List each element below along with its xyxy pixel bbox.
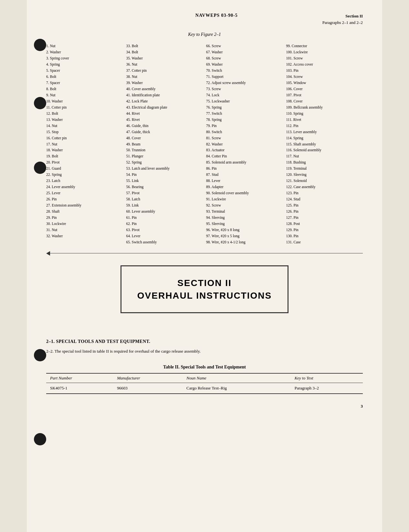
key-item: 118. Bushing (286, 159, 363, 165)
key-item: 7. Spacer (46, 80, 123, 86)
table-title: Table II. Special Tools and Test Equipme… (46, 365, 363, 370)
key-item: 69. Washer (206, 61, 283, 68)
key-item: 5. Spacer (46, 68, 123, 74)
key-item: 60. Lever assembly (126, 208, 203, 215)
key-item: 34. Bolt (126, 49, 203, 55)
key-item: 23. Latch (46, 178, 123, 184)
key-item: 96. Wire, #20 x 8 long (206, 227, 283, 233)
key-item: 109. Bellcrank assembly (286, 104, 363, 111)
key-item: 74. Lock (206, 92, 283, 98)
key-item: 17. Nut (46, 141, 123, 147)
key-item: 110. Spring (286, 111, 363, 117)
key-item: 27. Extension assembly (46, 202, 123, 208)
key-item: 54. Pin (126, 172, 203, 178)
table-cell-nounName: Cargo Release Test–Rig (183, 383, 291, 394)
bullet-2 (34, 97, 46, 109)
key-item: 61. Pin (126, 215, 203, 221)
key-item: 123. Pin (286, 190, 363, 196)
key-item: 129. Pin (286, 227, 363, 233)
key-item: 48. Cover (126, 135, 203, 141)
key-item: 111. Rivet (286, 117, 363, 123)
key-item: 44. Rivet (126, 111, 203, 117)
special-tools-body: 2–2. The special tool listed in table II… (46, 348, 363, 355)
col-noun-name: Noun Name (183, 373, 291, 383)
key-item: 128. Post (286, 221, 363, 227)
key-col-4: 99. Connector100. Lockwire101. Screw102.… (286, 43, 363, 245)
key-item: 106. Cover (286, 86, 363, 92)
page-header: NAVWEPS 03-90-5 Section II Paragraphs 2–… (46, 13, 363, 26)
key-item: 29. Pin (46, 215, 123, 221)
key-item: 38. Nut (126, 74, 203, 80)
key-item: 2. Washer (46, 49, 123, 55)
page: NAVWEPS 03-90-5 Section II Paragraphs 2–… (27, 0, 382, 532)
key-item: 63. Pivot (126, 227, 203, 233)
key-item: 117. Nut (286, 153, 363, 159)
key-item: 82. Washer (206, 141, 283, 147)
key-item: 94. Sleeving (206, 215, 283, 221)
key-item: 85. Solenoid arm assembly (206, 159, 283, 165)
left-bullets-5 (34, 433, 46, 445)
key-item: 21. Guard (46, 165, 123, 172)
col-part-number: Part Number (46, 373, 113, 383)
table-row: SK4075-196603Cargo Release Test–RigParag… (46, 383, 363, 394)
key-item: 65. Switch assembly (126, 239, 203, 245)
key-item: 78. Spring (206, 117, 283, 123)
key-item: 114. Spring (286, 135, 363, 141)
key-item: 89. Adapter (206, 184, 283, 190)
bullet-4 (34, 349, 46, 361)
key-item: 18. Washer (46, 147, 123, 153)
section-box-title-line2: OVERHAUL INSTRUCTIONS (134, 289, 275, 302)
key-item: 62. Pin (126, 221, 203, 227)
key-item: 20. Pivot (46, 159, 123, 165)
key-item: 55. Link (126, 178, 203, 184)
key-item: 80. Switch (206, 129, 283, 135)
key-item: 122. Case assembly (286, 184, 363, 190)
key-item: 131. Case (286, 239, 363, 245)
key-title: Key to Figure 2–1 (46, 32, 363, 37)
key-item: 45. Rivet (126, 117, 203, 123)
section-box: SECTION II OVERHAUL INSTRUCTIONS (121, 265, 288, 313)
key-item: 73. Screw (206, 86, 283, 92)
key-item: 71. Support (206, 74, 283, 80)
key-col-3: 66. Screw67. Washer68. Screw69. Washer70… (206, 43, 283, 245)
key-item: 87. Stud (206, 172, 283, 178)
left-bullets (34, 39, 46, 51)
header-center: NAVWEPS 03-90-5 (111, 13, 322, 18)
key-item: 64. Lever (126, 233, 203, 239)
key-item: 39. Washer (126, 80, 203, 86)
key-item: 6. Bolt (46, 74, 123, 80)
key-item: 99. Connector (286, 43, 363, 49)
divider-arrow (46, 251, 363, 256)
page-number: 3 (46, 404, 363, 409)
key-item: 103. Pin (286, 68, 363, 74)
key-item: 115. Shaft assembly (286, 141, 363, 147)
bullet-5 (34, 433, 46, 445)
key-item: 1. Nut (46, 43, 123, 49)
key-item: 12. Bolt (46, 111, 123, 117)
key-item: 77. Switch (206, 111, 283, 117)
key-item: 95. Sleeving (206, 221, 283, 227)
key-col-2: 33. Bolt34. Bolt35. Washer36. Nut37. Cot… (126, 43, 203, 245)
table-cell-partNumber: SK4075-1 (46, 383, 113, 394)
section-box-title-line1: SECTION II (134, 277, 275, 289)
key-item: 70. Switch (206, 68, 283, 74)
key-item: 88. Lever (206, 178, 283, 184)
key-item: 68. Screw (206, 55, 283, 61)
key-item: 13. Washer (46, 117, 123, 123)
key-item: 81. Screw (206, 135, 283, 141)
left-bullets-4 (34, 349, 46, 361)
table-cell-keyToText: Paragraph 3–2 (291, 383, 363, 394)
key-item: 30. Lockwire (46, 221, 123, 227)
key-item: 105. Window (286, 80, 363, 86)
key-item: 15. Stop (46, 129, 123, 135)
key-item: 28. Shaft (46, 208, 123, 215)
table-cell-manufacturer: 96603 (113, 383, 183, 394)
key-col-1: 1. Nut2. Washer3. Spring cover4. Spring5… (46, 43, 123, 245)
key-item: 51. Plunger (126, 153, 203, 159)
key-item: 59. Link (126, 202, 203, 208)
key-item: 9. Nut (46, 92, 123, 98)
key-item: 33. Bolt (126, 43, 203, 49)
key-item: 125. Pin (286, 202, 363, 208)
key-item: 116. Solenoid assembly (286, 147, 363, 153)
key-grid: 1. Nut2. Washer3. Spring cover4. Spring5… (46, 43, 363, 245)
